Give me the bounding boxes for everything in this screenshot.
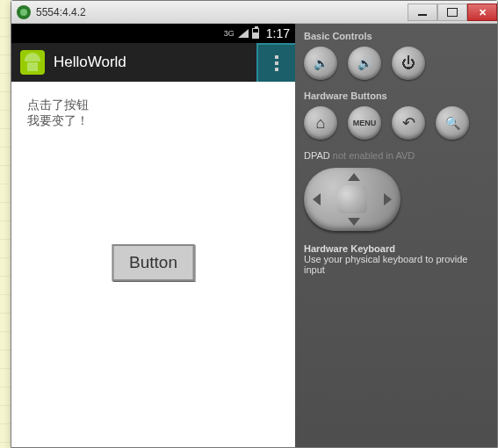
maximize-button[interactable] — [437, 4, 467, 21]
android-statusbar[interactable]: 3G 1:17 — [11, 24, 295, 43]
app-content-area: 点击了按钮 我要变了！ Button — [11, 82, 295, 447]
window-title: 5554:4.4.2 — [36, 6, 408, 18]
window-buttons: ✕ — [408, 3, 497, 21]
search-button[interactable] — [436, 106, 469, 140]
app-launcher-icon — [20, 50, 45, 75]
hardware-buttons-label: Hardware Buttons — [304, 90, 488, 101]
minimize-button[interactable] — [408, 4, 437, 21]
menu-button-label: MENU — [353, 119, 377, 127]
volume-down-button[interactable] — [304, 47, 337, 80]
menu-button[interactable]: MENU — [348, 106, 381, 140]
message-line-2: 我要变了！ — [27, 113, 279, 129]
overflow-menu-button[interactable] — [256, 43, 295, 82]
emulator-control-panel: Basic Controls Hardware Buttons MENU DPA… — [295, 24, 497, 447]
window-titlebar[interactable]: 5554:4.4.2 ✕ — [11, 1, 497, 24]
dpad-down[interactable] — [348, 218, 360, 226]
signal-icon — [238, 29, 249, 38]
close-button[interactable]: ✕ — [467, 4, 497, 21]
emulator-body: 3G 1:17 HelloWorld 点击了按钮 我要变了！ Button Ba… — [11, 24, 497, 447]
power-button[interactable] — [392, 47, 425, 80]
message-line-1: 点击了按钮 — [27, 98, 279, 113]
dpad-up[interactable] — [348, 173, 360, 181]
emulator-window: 5554:4.4.2 ✕ 3G 1:17 HelloWorld — [11, 0, 498, 448]
home-button[interactable] — [304, 106, 337, 140]
basic-controls-label: Basic Controls — [304, 31, 488, 41]
android-emulator-icon — [17, 5, 31, 19]
dpad-label-text: DPAD — [304, 150, 330, 161]
main-button[interactable]: Button — [112, 244, 195, 281]
hardware-keyboard-title: Hardware Keyboard — [304, 243, 488, 254]
editor-gutter — [0, 0, 11, 448]
app-title: HelloWorld — [54, 54, 256, 71]
hardware-keyboard-text: Use your physical keyboard to provide in… — [304, 254, 488, 275]
dpad-status-text: not enabled in AVD — [333, 150, 415, 161]
dpad-section-label: DPAD not enabled in AVD — [304, 150, 488, 161]
network-3g-icon: 3G — [224, 29, 235, 38]
dpad-control — [304, 168, 401, 231]
volume-up-button[interactable] — [348, 47, 381, 80]
action-bar: HelloWorld — [11, 43, 295, 82]
hardware-buttons-row: MENU — [304, 106, 488, 140]
battery-icon — [252, 28, 259, 39]
back-button[interactable] — [392, 106, 425, 140]
device-screen: 3G 1:17 HelloWorld 点击了按钮 我要变了！ Button — [11, 24, 295, 447]
basic-controls-row — [304, 47, 488, 80]
dpad-left[interactable] — [313, 193, 321, 206]
dpad-right[interactable] — [384, 193, 392, 206]
clock-text: 1:17 — [266, 26, 290, 40]
